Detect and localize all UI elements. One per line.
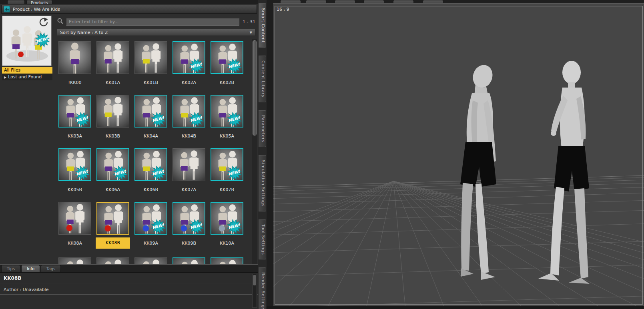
asset-thumbnail[interactable]: [173, 148, 205, 181]
back-arrow-icon[interactable]: [4, 6, 10, 12]
asset-item-kk09a[interactable]: NEW!KK09A: [134, 202, 167, 249]
asset-label: KK09B: [173, 240, 205, 247]
asset-item-kk07b[interactable]: NEW!KK07B: [211, 148, 243, 193]
ground-grid: [273, 175, 644, 306]
asset-label: KK03B: [96, 133, 129, 140]
asset-thumbnail[interactable]: [134, 41, 167, 74]
sort-dropdown[interactable]: Sort by Name : A to Z ▼: [57, 29, 255, 36]
asset-thumbnail[interactable]: [96, 202, 129, 235]
asset-item-kk09b[interactable]: NEW!KK09B: [173, 202, 205, 249]
result-range: 1 - 31: [242, 19, 255, 24]
info-tab-info[interactable]: Info: [21, 265, 40, 272]
asset-item-kk02a[interactable]: NEW!KK02A: [173, 41, 205, 86]
asset-label: KK08A: [58, 240, 91, 247]
asset-thumbnail[interactable]: NEW!: [173, 41, 205, 74]
asset-item-kk04a[interactable]: NEW!KK04A: [134, 95, 167, 140]
asset-grid-area: !KK00KK01AKK01BNEW!KK02ANEW!KK02BNEW!KK0…: [55, 39, 257, 264]
asset-item[interactable]: [173, 257, 205, 264]
asset-thumbnail[interactable]: [58, 257, 91, 264]
viewport-3d[interactable]: 16 : 9: [273, 3, 644, 306]
info-scrollbar-thumb[interactable]: [253, 275, 256, 285]
asset-thumbnail[interactable]: NEW!: [58, 95, 91, 128]
info-tab-tips[interactable]: Tips: [1, 265, 20, 272]
asset-label: KK07A: [173, 186, 205, 193]
asset-label: KK09A: [134, 240, 167, 247]
pane-tab-strip: Smart ContentContent LibraryParametersSi…: [258, 0, 267, 309]
grid-scrollbar-thumb[interactable]: [253, 40, 257, 136]
sidebar-item-all-files[interactable]: All Files: [2, 67, 52, 74]
top-tab-stub[interactable]: [7, 0, 25, 4]
asset-thumbnail[interactable]: NEW!: [134, 95, 167, 128]
pane-tab-render-settings[interactable]: Render Settings: [259, 267, 266, 309]
asset-item-kk03a[interactable]: NEW!KK03A: [58, 95, 91, 140]
asset-item-kk06a[interactable]: NEW!KK06A: [96, 148, 129, 193]
asset-item[interactable]: [211, 257, 243, 264]
asset-label: KK02B: [211, 79, 243, 86]
pane-tab-tool-settings[interactable]: Tool Settings: [259, 219, 266, 259]
asset-item-kk00[interactable]: !KK00: [58, 41, 91, 86]
asset-item-kk04b[interactable]: NEW!KK04B: [173, 95, 205, 140]
smart-content-panel: Product : We Are Kids NEW! All Files ▶Lo…: [0, 4, 258, 309]
asset-thumbnail[interactable]: NEW!: [211, 148, 243, 181]
filter-input[interactable]: [66, 18, 239, 26]
content-column: 1 - 31 Sort by Name : A to Z ▼ !KK00KK01…: [55, 15, 257, 264]
figure-right[interactable]: [538, 61, 590, 284]
asset-item-kk10a[interactable]: NEW!KK10A: [211, 202, 243, 249]
asset-label: KK10A: [211, 240, 243, 247]
asset-item-kk06b[interactable]: NEW!KK06B: [134, 148, 167, 193]
asset-thumbnail[interactable]: [58, 202, 91, 235]
asset-item[interactable]: [58, 257, 91, 264]
pane-tab-parameters[interactable]: Parameters: [259, 110, 266, 147]
asset-item[interactable]: [96, 257, 129, 264]
sidebar-item-lost-and-found[interactable]: ▶Lost and Found: [2, 74, 52, 80]
tab-products[interactable]: Products: [26, 0, 52, 4]
asset-thumbnail[interactable]: NEW!: [96, 148, 129, 181]
asset-label: KK02A: [173, 79, 205, 86]
asset-thumbnail[interactable]: NEW!: [173, 95, 205, 128]
info-scrollbar[interactable]: [252, 274, 257, 308]
asset-item-kk01a[interactable]: KK01A: [96, 41, 129, 86]
asset-thumbnail[interactable]: NEW!: [58, 148, 91, 181]
asset-thumbnail[interactable]: NEW!: [211, 202, 243, 235]
asset-item-kk08b[interactable]: KK08B: [96, 202, 129, 249]
info-panel-tabs: TipsInfoTags: [0, 265, 258, 273]
asset-label: KK04A: [134, 133, 167, 140]
search-icon: [57, 18, 64, 26]
info-tab-tags[interactable]: Tags: [41, 265, 61, 272]
asset-thumbnail[interactable]: [173, 257, 205, 264]
asset-item-kk05b[interactable]: NEW!KK05B: [58, 148, 91, 193]
info-author: Author : Unavailable: [0, 283, 258, 294]
asset-thumbnail[interactable]: [58, 41, 91, 74]
figure-left[interactable]: [460, 62, 496, 280]
pane-tab-smart-content[interactable]: Smart Content: [259, 3, 266, 48]
pane-tab-simulation-settings[interactable]: Simulation Settings: [259, 155, 266, 211]
asset-thumbnail[interactable]: [96, 257, 129, 264]
asset-thumbnail[interactable]: [211, 257, 243, 264]
asset-label: KK08B: [96, 237, 130, 249]
asset-thumbnail[interactable]: [134, 257, 167, 264]
asset-thumbnail[interactable]: NEW!: [134, 148, 167, 181]
asset-label: KK07B: [211, 186, 243, 193]
panel-gap: [267, 0, 273, 309]
asset-item[interactable]: [134, 257, 167, 264]
pane-tab-content-library[interactable]: Content Library: [259, 56, 266, 102]
asset-thumbnail[interactable]: NEW!: [211, 41, 243, 74]
product-preview-thumbnail[interactable]: NEW!: [2, 16, 52, 66]
asset-item-kk07a[interactable]: KK07A: [173, 148, 205, 193]
asset-thumbnail[interactable]: NEW!: [134, 202, 167, 235]
grid-scrollbar[interactable]: [252, 39, 257, 264]
asset-thumbnail[interactable]: NEW!: [211, 95, 243, 128]
asset-item-kk02b[interactable]: NEW!KK02B: [211, 41, 243, 86]
asset-label: !KK00: [58, 79, 91, 86]
asset-item-kk03b[interactable]: KK03B: [96, 95, 129, 140]
asset-label: KK01B: [134, 79, 167, 86]
aspect-ratio-label: 16 : 9: [277, 7, 289, 12]
asset-item-kk05a[interactable]: NEW!KK05A: [211, 95, 243, 140]
asset-item-kk08a[interactable]: KK08A: [58, 202, 91, 249]
asset-label: KK06A: [96, 186, 129, 193]
asset-thumbnail[interactable]: NEW!: [173, 202, 205, 235]
asset-item-kk01b[interactable]: KK01B: [134, 41, 167, 86]
product-label: Product : We Are Kids: [13, 7, 60, 12]
asset-thumbnail[interactable]: [96, 95, 129, 128]
asset-thumbnail[interactable]: [96, 41, 129, 74]
